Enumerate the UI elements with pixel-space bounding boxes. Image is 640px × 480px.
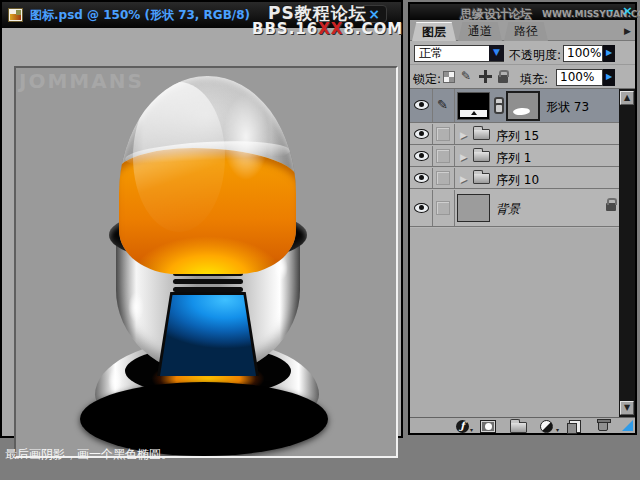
layer-style-icon[interactable]: ƒ (456, 420, 469, 433)
layer-thumbnail[interactable] (457, 92, 490, 120)
close-icon[interactable]: × (622, 5, 634, 17)
new-layer-icon[interactable] (569, 420, 581, 433)
lock-all-icon[interactable] (498, 75, 508, 83)
fill-spinner-icon[interactable]: ▶ (603, 69, 615, 86)
group-expand-icon[interactable]: ▶ (460, 152, 467, 162)
panel-tab-row: 图层 通道 路径 ▶ (410, 20, 635, 41)
resize-grip[interactable] (622, 420, 633, 431)
folder-icon (473, 151, 490, 162)
tab-paths[interactable]: 路径 (504, 22, 548, 41)
new-group-icon[interactable] (510, 422, 527, 433)
watermark-bbs-url: BBS.16XX8.COM (252, 20, 403, 38)
glass-highlight (223, 94, 269, 180)
layer-row-group-1[interactable]: ▶ 序列 1 (410, 146, 621, 167)
opacity-spinner-icon[interactable]: ▶ (603, 45, 615, 62)
group-expand-icon[interactable]: ▶ (460, 174, 467, 184)
opacity-label: 不透明度: (509, 47, 561, 64)
group-expand-icon[interactable]: ▶ (460, 130, 467, 140)
link-checkbox[interactable] (436, 171, 450, 185)
lock-transparency-icon[interactable] (443, 71, 455, 83)
layer-name[interactable]: 序列 15 (496, 128, 539, 145)
layers-list-empty-area (410, 228, 621, 417)
psd-file-icon (8, 8, 23, 22)
document-title: 图标.psd @ 150% (形状 73, RGB/8) (30, 7, 250, 24)
add-layer-mask-icon[interactable] (480, 420, 496, 433)
blend-mode-value: 正常 (419, 46, 443, 60)
tab-channels[interactable]: 通道 (458, 22, 502, 41)
eye-icon[interactable] (414, 173, 429, 183)
panel-toolbar: ƒ ▾ ▾ (410, 417, 635, 433)
layer-thumbnail[interactable] (457, 194, 490, 222)
link-checkbox[interactable] (436, 127, 450, 141)
layer-row-group-10[interactable]: ▶ 序列 10 (410, 168, 621, 189)
base-opening (125, 346, 291, 396)
liquid (119, 148, 296, 274)
layer-row-group-15[interactable]: ▶ 序列 15 (410, 124, 621, 145)
collar-ring (109, 206, 307, 264)
canvas[interactable]: JOMMANS (14, 66, 398, 458)
folder-icon (473, 173, 490, 184)
lock-pixels-icon[interactable]: ✎ (461, 69, 471, 83)
eye-icon[interactable] (414, 100, 429, 110)
brush-icon: ✎ (437, 97, 448, 112)
shadow-ellipse (80, 382, 328, 456)
scroll-down-icon[interactable]: ▼ (620, 401, 634, 415)
link-icon (494, 97, 502, 113)
layers-panel: 思缘设计论坛 WWW.MISSYUAN.COM – × 图层 通道 路径 ▶ 正… (408, 2, 637, 435)
panel-titlebar[interactable]: 思缘设计论坛 WWW.MISSYUAN.COM – × (410, 4, 635, 20)
vent-slots (173, 268, 243, 296)
tab-layers[interactable]: 图层 (412, 22, 456, 41)
eye-icon[interactable] (414, 203, 429, 213)
folder-icon (473, 129, 490, 140)
layer-row-shape-73[interactable]: ✎ 形状 73 (410, 89, 621, 123)
link-checkbox[interactable] (436, 149, 450, 163)
glass-dome (119, 76, 296, 274)
highlight (108, 368, 122, 394)
lock-icon (606, 203, 616, 211)
highlight (274, 256, 288, 280)
layers-list: ✎ 形状 73 ▶ 序列 15 ▶ 序列 1 ▶ (410, 89, 635, 417)
link-checkbox[interactable] (436, 201, 450, 215)
liquid-surface-highlight (124, 138, 290, 173)
panel-menu-icon[interactable]: ▶ (624, 26, 631, 36)
scrollbar[interactable]: ▲ ▼ (619, 89, 635, 417)
highlight (128, 292, 144, 322)
layer-row-background[interactable]: 背景 (410, 190, 621, 227)
fill-input[interactable]: 100% (556, 69, 603, 86)
vector-mask-thumbnail[interactable] (506, 91, 540, 121)
minimize-icon[interactable]: – (608, 6, 618, 16)
status-text: 最后画阴影，画一个黑色椭圆。 (5, 446, 173, 463)
layer-name[interactable]: 序列 1 (496, 150, 531, 167)
eye-icon[interactable] (414, 151, 429, 161)
base-glow (144, 354, 272, 394)
lock-position-icon[interactable] (479, 70, 492, 83)
blend-mode-select[interactable]: 正常 ▼ (414, 45, 504, 62)
caret-icon: ▾ (470, 426, 473, 433)
opacity-input[interactable]: 100% (563, 45, 603, 62)
scroll-up-icon[interactable]: ▲ (620, 91, 634, 105)
base-skirt (95, 340, 319, 432)
eye-icon[interactable] (414, 129, 429, 139)
blend-options-row: 正常 ▼ 不透明度: 100% ▶ (410, 41, 635, 65)
lock-options-row: 锁定: ✎ 填充: 100% ▶ (410, 65, 635, 89)
glass-highlight (133, 82, 225, 232)
delete-layer-icon[interactable] (598, 421, 608, 431)
layer-name[interactable]: 背景 (496, 201, 520, 218)
caret-icon: ▾ (556, 426, 559, 433)
document-window: 图标.psd @ 150% (形状 73, RGB/8) × JOMMANS (0, 0, 403, 438)
document-content-area: JOMMANS (4, 28, 399, 434)
chevron-down-icon[interactable]: ▼ (489, 45, 504, 61)
blue-panel (157, 292, 259, 376)
helmet-body (116, 228, 300, 375)
adjustment-layer-icon[interactable] (540, 420, 553, 433)
layer-name[interactable]: 形状 73 (546, 99, 589, 116)
lock-label: 锁定: (413, 71, 441, 88)
fill-label: 填充: (520, 71, 548, 88)
layer-name[interactable]: 序列 10 (496, 172, 539, 189)
canvas-watermark-jommans: JOMMANS (19, 69, 144, 93)
